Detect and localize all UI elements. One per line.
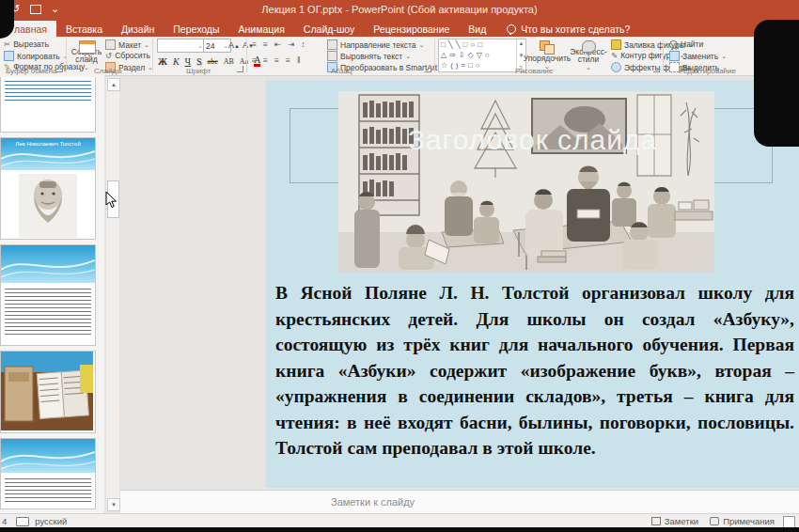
- scroll-up-icon[interactable]: ▲: [107, 78, 120, 91]
- layout-icon: [105, 39, 116, 50]
- scissors-icon: ✂: [4, 39, 10, 49]
- classroom-illustration[interactable]: [338, 91, 714, 273]
- font-name-combobox[interactable]: ⌄: [157, 39, 206, 53]
- slide-canvas[interactable]: Заголовок слайда В Ясной Поляне Л. Н. То…: [266, 80, 799, 488]
- line-spacing-button[interactable]: ↕: [301, 39, 305, 49]
- shapes-scroll-up-icon[interactable]: ▲: [519, 40, 525, 46]
- numbering-button[interactable]: ≡: [263, 39, 268, 49]
- scroll-down-icon[interactable]: ▼: [107, 498, 120, 511]
- tell-me-box[interactable]: Что вы хотите сделать?: [495, 21, 630, 37]
- notes-pane[interactable]: Заметки к слайду: [120, 490, 799, 514]
- notes-placeholder[interactable]: Заметки к слайду: [331, 496, 415, 508]
- increase-font-button[interactable]: A▲: [228, 40, 240, 50]
- tolstoy-portrait: [19, 174, 77, 238]
- group-separator: [434, 39, 435, 72]
- clipboard-group-label: Буфер обмена: [6, 67, 56, 75]
- italic-button[interactable]: К: [173, 56, 180, 67]
- ribbon-tab-bar: Главная Вставка Дизайн Переходы Анимация…: [0, 21, 799, 37]
- keyboard-icon[interactable]: [16, 517, 29, 526]
- slide-thumbnail-panel: Лев Николаевич Толстой: [0, 75, 104, 513]
- align-left-button[interactable]: ≡: [252, 55, 257, 65]
- shapes-row: ☆()≈□○: [441, 61, 514, 70]
- slide-thumbnail-5[interactable]: [0, 438, 96, 509]
- editing-group-label: Редактирование: [679, 67, 736, 75]
- paragraph-dialog-launcher-icon[interactable]: [425, 66, 431, 72]
- list-row: ≡ ≡ ⇤ ⇥ ↕: [252, 39, 305, 49]
- slide-number-indicator[interactable]: 4: [2, 516, 7, 526]
- window-title: Лекция 1 ОГ.pptx - PowerPoint (Сбой акти…: [0, 4, 799, 15]
- group-separator: [663, 39, 664, 72]
- find-button[interactable]: Найти: [669, 39, 703, 49]
- increase-indent-button[interactable]: ⇥: [288, 39, 294, 49]
- title-bar: ↺ ⌄ Лекция 1 ОГ.pptx - PowerPoint (Сбой …: [0, 0, 799, 21]
- text-direction-button[interactable]: Направление текста⌄: [327, 39, 424, 50]
- slide-title-placeholder-text[interactable]: Заголовок слайда: [266, 124, 799, 156]
- tab-transitions[interactable]: Переходы: [164, 21, 228, 37]
- tab-animations[interactable]: Анимация: [229, 21, 294, 37]
- azbuka-books-photo: [1, 352, 93, 430]
- tab-insert[interactable]: Вставка: [56, 21, 112, 37]
- justify-button[interactable]: ≡: [286, 55, 290, 65]
- drawing-group-label: Рисование: [515, 67, 553, 75]
- slide-thumbnail-2[interactable]: Лев Николаевич Толстой: [0, 137, 96, 240]
- font-grow-shrink: A▲ A▼: [228, 40, 254, 50]
- quick-styles-button[interactable]: Экспресс-стили⌄: [570, 38, 607, 71]
- tab-review[interactable]: Рецензирование: [364, 21, 459, 37]
- align-text-button[interactable]: Выровнять текст⌄: [327, 51, 411, 61]
- slide-thumbnail-1[interactable]: [0, 77, 96, 133]
- wave-decoration: [1, 439, 95, 473]
- comments-button[interactable]: Примечания: [710, 516, 775, 526]
- align-text-icon: [327, 51, 337, 61]
- slide-body-text[interactable]: В Ясной Поляне Л. Н. Толстой организовал…: [275, 280, 794, 462]
- thumbnail-text-lines: [5, 478, 91, 503]
- reset-button[interactable]: ↺ Сбросить: [105, 51, 150, 60]
- decrease-indent-button[interactable]: ⇤: [274, 39, 281, 49]
- font-size-value: 24: [206, 41, 214, 51]
- group-separator: [246, 39, 247, 72]
- font-format-row: Ж К Ч S abc АВ Aa А: [158, 55, 260, 67]
- shapes-gallery[interactable]: □╲╲□○□ △⇨⇩◇▽○ ☆()≈□○ ▲ ▼ ≡: [438, 39, 526, 72]
- notes-toggle-button[interactable]: Заметки: [651, 516, 698, 526]
- slide-thumbnail-3[interactable]: [0, 244, 96, 346]
- slide-thumbnail-4[interactable]: [0, 351, 96, 433]
- pencil-icon: ✎: [611, 51, 618, 60]
- font-dialog-launcher-icon[interactable]: [237, 66, 243, 72]
- font-group-label: Шрифт: [186, 67, 211, 75]
- cut-button[interactable]: ✂ Вырезать: [4, 39, 49, 49]
- shapes-row: □╲╲□○□: [441, 40, 514, 50]
- character-spacing-button[interactable]: АВ: [224, 57, 234, 66]
- clipboard-dialog-launcher-icon[interactable]: [56, 66, 63, 72]
- tab-slideshow[interactable]: Слайд-шоу: [294, 21, 364, 37]
- copy-button[interactable]: Копировать⌄: [4, 51, 69, 61]
- strikethrough-button[interactable]: abc: [208, 57, 218, 66]
- status-bar: 4 русский Заметки Примечания: [0, 513, 799, 528]
- reset-icon: ↺: [105, 51, 112, 60]
- font-size-combobox[interactable]: 24⌄: [203, 39, 231, 53]
- paragraph-group-label: Абзац: [331, 67, 352, 75]
- drawing-dialog-launcher-icon[interactable]: [653, 66, 660, 72]
- replace-button[interactable]: Заменить⌄: [669, 51, 727, 61]
- search-icon: [669, 40, 678, 49]
- new-slide-icon: [78, 39, 95, 46]
- language-indicator[interactable]: русский: [35, 516, 67, 526]
- notes-toggle-icon: [651, 517, 661, 525]
- text-shadow-button[interactable]: S: [196, 56, 202, 67]
- align-center-button[interactable]: ≡: [263, 55, 268, 65]
- text-direction-icon: [327, 39, 337, 50]
- wave-decoration: [1, 245, 95, 283]
- layout-button[interactable]: Макет⌄: [105, 39, 149, 50]
- webcam-overlay: [754, 20, 799, 147]
- group-separator: [152, 39, 153, 72]
- bullets-button[interactable]: ≡: [252, 39, 257, 49]
- tab-design[interactable]: Дизайн: [112, 21, 164, 37]
- thumbnail-text-lines: [5, 289, 91, 337]
- bold-button[interactable]: Ж: [158, 56, 167, 67]
- bottom-black-strip: [0, 527, 799, 532]
- columns-button[interactable]: ‖: [297, 55, 301, 65]
- shapes-row: △⇨⇩◇▽○: [441, 51, 514, 60]
- thumbnail-scrollbar[interactable]: ▲ ▼: [105, 77, 119, 511]
- tab-view[interactable]: Вид: [459, 21, 495, 37]
- underline-button[interactable]: Ч: [185, 56, 192, 67]
- align-right-button[interactable]: ≡: [274, 55, 279, 65]
- lightbulb-icon: [507, 24, 516, 34]
